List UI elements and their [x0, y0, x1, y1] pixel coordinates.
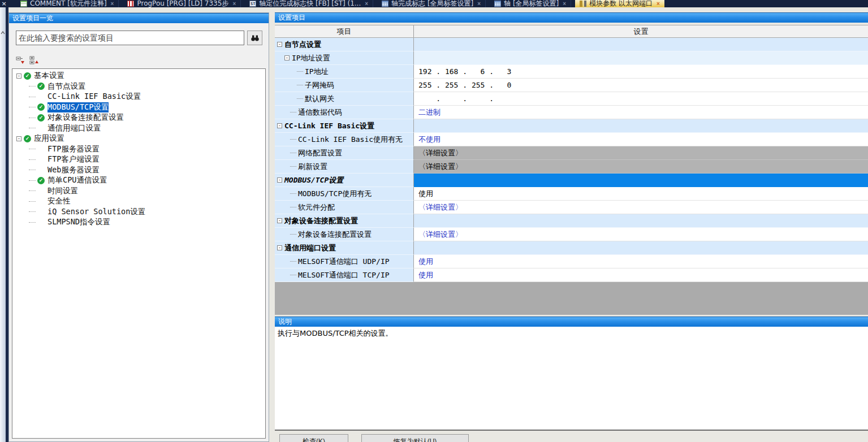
setting-item-cell[interactable]: MELSOFT通信端口 UDP/IP: [275, 255, 414, 268]
setting-value-cell[interactable]: 使用: [414, 255, 868, 268]
setting-item-cell[interactable]: MODBUS/TCP使用有无: [275, 187, 414, 201]
binoculars-icon: [251, 33, 260, 42]
tree-item[interactable]: ✓MODBUS/TCP设置: [12, 102, 265, 113]
expander-icon[interactable]: -: [277, 42, 282, 47]
table-row: 软元件分配〈详细设置〉: [275, 201, 868, 214]
column-header-item: 项目: [275, 25, 414, 37]
setting-item-label: MELSOFT通信端口 UDP/IP: [298, 257, 390, 267]
setting-value-cell[interactable]: 二进制: [414, 106, 868, 119]
setting-value-cell[interactable]: 使用: [414, 187, 868, 201]
check-icon: ✓: [37, 114, 45, 122]
tree-item[interactable]: FTP客户端设置: [12, 154, 265, 165]
setting-item-cell[interactable]: 通信数据代码: [275, 106, 414, 119]
close-icon[interactable]: ×: [365, 0, 368, 7]
table-row: -IP地址设置: [275, 51, 868, 65]
tree-item[interactable]: -✓基本设置: [12, 71, 265, 81]
expander-icon[interactable]: -: [16, 136, 21, 141]
tree-item-label: iQ Sensor Solution设置: [47, 207, 145, 217]
setting-value-cell: [414, 51, 868, 65]
setting-item-cell[interactable]: -自节点设置: [275, 38, 414, 51]
setting-item-cell[interactable]: 刷新设置: [275, 160, 414, 174]
expand-all-button[interactable]: [29, 56, 40, 66]
collapsed-panel-strip[interactable]: [0, 7, 6, 442]
setting-value-cell: [414, 38, 868, 51]
close-icon[interactable]: ×: [477, 0, 481, 7]
tree-guide: [290, 166, 296, 167]
setting-value-cell[interactable]: 255 . 255 . 255 . 0: [414, 79, 868, 92]
setting-item-cell[interactable]: 默认网关: [275, 92, 414, 106]
setting-value-cell[interactable]: 192 . 168 . 6 . 3: [414, 65, 868, 79]
setting-value-cell: [414, 174, 868, 187]
tree-item[interactable]: ✓自节点设置: [12, 81, 265, 92]
setting-value-cell[interactable]: 〈详细设置〉: [414, 228, 868, 241]
collapse-all-button[interactable]: [16, 56, 26, 66]
tree-item[interactable]: CC-Link IEF Basic设置: [12, 92, 265, 102]
tree-item[interactable]: SLMPSND指令设置: [12, 217, 265, 228]
setting-item-cell[interactable]: IP地址: [275, 65, 414, 79]
tab-document[interactable]: COMMENT [软元件注释]×: [16, 0, 119, 7]
setting-item-cell[interactable]: -通信用端口设置: [275, 241, 414, 255]
settings-tree: -✓基本设置✓自节点设置CC-Link IEF Basic设置✓MODBUS/T…: [12, 68, 266, 439]
setting-value-cell[interactable]: 使用: [414, 268, 868, 282]
tab-label: 模块参数 以太网端口: [589, 0, 653, 7]
setting-item-cell[interactable]: 网络配置设置: [275, 146, 414, 160]
tree-item[interactable]: 时间设置: [12, 186, 265, 197]
expander-icon[interactable]: -: [277, 123, 282, 128]
tree-item-label: SLMPSND指令设置: [47, 217, 110, 227]
tree-item[interactable]: 安全性: [12, 196, 265, 207]
restore-default-button[interactable]: 恢复为默认(U): [361, 434, 469, 442]
setting-value-cell: [414, 241, 868, 255]
tree-guide: [297, 71, 303, 72]
expander-icon[interactable]: -: [284, 55, 290, 60]
close-icon[interactable]: ×: [111, 0, 114, 7]
close-icon[interactable]: ×: [0, 0, 8, 7]
tree-item[interactable]: 通信用端口设置: [12, 123, 265, 134]
setting-item-cell[interactable]: 子网掩码: [275, 79, 414, 92]
setting-value-cell[interactable]: 〈详细设置〉: [414, 201, 868, 214]
tree-item[interactable]: FTP服务器设置: [12, 144, 265, 155]
table-icon: [494, 1, 501, 7]
tree-item[interactable]: Web服务器设置: [12, 165, 265, 176]
setting-item-cell[interactable]: 对象设备连接配置设置: [275, 228, 414, 241]
expander-icon[interactable]: -: [277, 177, 282, 183]
setting-item-cell[interactable]: -MODBUS/TCP设置: [275, 174, 414, 187]
setting-item-label: IP地址设置: [292, 53, 330, 63]
expander-icon[interactable]: -: [277, 218, 282, 223]
tab-active[interactable]: 模块参数 以太网端口×: [575, 0, 664, 7]
tab-document[interactable]: 轴完成标志 [全局标签设置]×: [377, 0, 486, 7]
setting-value-cell[interactable]: . . .: [414, 92, 868, 106]
tab-label: ProgPou [PRG] [LD] 7335步: [137, 0, 228, 7]
setting-value-cell[interactable]: 〈详细设置〉: [414, 160, 868, 174]
close-icon[interactable]: ×: [657, 0, 660, 7]
tab-document[interactable]: ProgPou [PRG] [LD] 7335步×: [123, 0, 241, 7]
expander-icon[interactable]: -: [16, 73, 21, 79]
setting-item-cell[interactable]: -CC-Link IEF Basic设置: [275, 119, 414, 133]
setting-item-cell[interactable]: MELSOFT通信端口 TCP/IP: [275, 268, 414, 282]
search-input[interactable]: [16, 31, 244, 45]
setting-value-cell[interactable]: 〈详细设置〉: [414, 146, 868, 160]
setting-item-cell[interactable]: 软元件分配: [275, 201, 414, 214]
check-icon: ✓: [24, 72, 31, 80]
tree-item[interactable]: ✓简单CPU通信设置: [12, 175, 265, 186]
tab-document[interactable]: ST轴定位完成标志快 [FB] [ST] (1...×: [245, 0, 373, 7]
expander-icon[interactable]: -: [277, 245, 282, 250]
setting-item-cell[interactable]: CC-Link IEF Basic使用有无: [275, 133, 414, 146]
setting-value-cell[interactable]: 不使用: [414, 133, 868, 146]
tree-item[interactable]: -✓应用设置: [12, 133, 265, 144]
check-icon: ✓: [37, 83, 45, 90]
check-button[interactable]: 检查(K): [279, 434, 348, 442]
tree-item-label: 自节点设置: [47, 81, 86, 92]
find-button[interactable]: [247, 31, 262, 45]
chevron-up-icon: [0, 30, 6, 36]
tree-item-label: 通信用端口设置: [47, 123, 101, 133]
setting-item-cell[interactable]: -对象设备连接配置设置: [275, 214, 414, 228]
tab-document[interactable]: 轴 [全局标签设置]×: [490, 0, 571, 7]
setting-item-cell[interactable]: -IP地址设置: [275, 51, 414, 65]
close-icon[interactable]: ×: [563, 0, 566, 7]
tree-item[interactable]: ✓对象设备连接配置设置: [12, 112, 265, 123]
tree-guide: [290, 261, 296, 262]
tree-item[interactable]: iQ Sensor Solution设置: [12, 207, 265, 218]
tree-item-label: 对象设备连接配置设置: [47, 112, 124, 123]
close-icon[interactable]: ×: [232, 0, 236, 7]
table-header-row: 项目 设置: [275, 25, 868, 38]
